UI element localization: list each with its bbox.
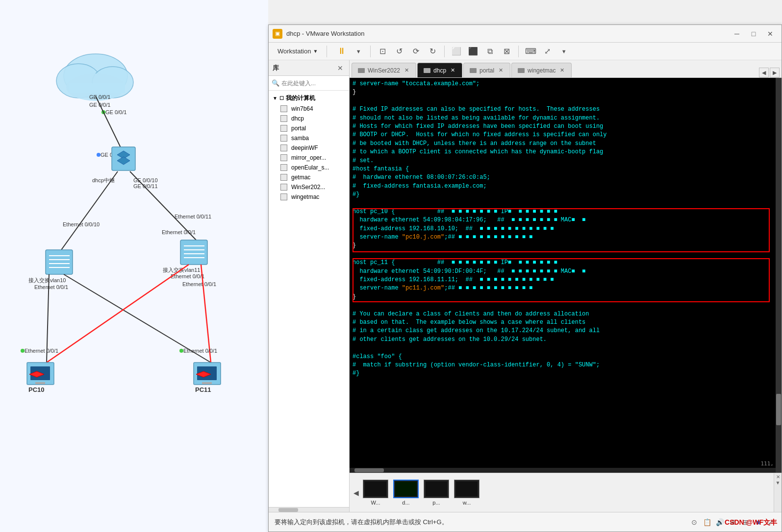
- vm-node[interactable]: wingetmac: [269, 192, 349, 202]
- tab-prev-button[interactable]: ◀: [759, 68, 769, 77]
- console-hscroll[interactable]: [350, 468, 776, 473]
- search-input[interactable]: [281, 80, 355, 87]
- tab-next-button[interactable]: ▶: [770, 68, 780, 77]
- tab-close-button[interactable]: ✕: [449, 67, 456, 74]
- pause-dropdown[interactable]: ▼: [352, 45, 365, 58]
- console-line: server-name "pc11.j.com";## ■ ■ ■ ■ ■ ■ …: [353, 284, 779, 292]
- vm-node[interactable]: mirror_oper...: [269, 153, 349, 163]
- library-scrollbar[interactable]: [269, 507, 349, 512]
- library-title: 库: [273, 64, 279, 73]
- tab-close-button[interactable]: ✕: [558, 67, 565, 74]
- tab-label: WinSer2022: [368, 67, 400, 74]
- thumb-screen-inner: [365, 482, 386, 496]
- tab-close-button[interactable]: ✕: [497, 67, 504, 74]
- svg-text:Ethernet 0/0/1: Ethernet 0/0/1: [183, 348, 217, 354]
- console-line: # to which a BOOTP client is connected w…: [353, 148, 779, 156]
- tab-vm-icon: [424, 68, 430, 73]
- console-line: }: [353, 88, 779, 97]
- tab-close-button[interactable]: ✕: [403, 67, 410, 74]
- workstation-label: Workstation: [277, 48, 311, 55]
- vm-icon: [280, 164, 287, 171]
- expand-button[interactable]: ⤢: [540, 45, 554, 58]
- workstation-menu[interactable]: Workstation ▼: [273, 46, 323, 57]
- strip-close-button[interactable]: ✕: [776, 474, 780, 480]
- thumbnail-w...[interactable]: w...: [454, 480, 479, 506]
- vm-list: win7b64dhcpportalsambadeepinWFmirror_ope…: [269, 104, 349, 202]
- thumb-label: W...: [371, 500, 380, 506]
- console-line: #}: [353, 191, 779, 199]
- status-icon-2: 📋: [702, 517, 712, 527]
- toolbar-separator-3: [518, 46, 519, 57]
- unity-off-button[interactable]: ⊠: [500, 45, 513, 58]
- search-icon: 🔍: [272, 79, 279, 87]
- vm-label: WinSer202...: [291, 184, 325, 191]
- display-button[interactable]: ⊡: [376, 45, 389, 58]
- fullscreen-button[interactable]: ⬛: [466, 45, 480, 58]
- tab-winser2022[interactable]: WinSer2022✕: [352, 63, 416, 77]
- expand-dropdown[interactable]: ▼: [557, 45, 571, 58]
- thumbnail-W...[interactable]: W...: [363, 480, 388, 506]
- vm-label: samba: [291, 135, 309, 142]
- vm-icon: [280, 184, 287, 191]
- snapshot-button[interactable]: ↺: [392, 45, 406, 58]
- thumb-screen: [393, 480, 419, 498]
- status-icon-3: 🔊: [715, 517, 725, 527]
- vm-node[interactable]: win7b64: [269, 104, 349, 114]
- my-computer-node[interactable]: ▼ ☐ 我的计算机: [269, 93, 349, 104]
- maximize-button[interactable]: □: [746, 28, 761, 40]
- close-button[interactable]: ✕: [763, 28, 778, 40]
- send-keys-button[interactable]: ↻: [426, 45, 439, 58]
- library-header: 库 ✕: [269, 60, 349, 76]
- tab-portal[interactable]: portal✕: [463, 63, 510, 77]
- console-line: host pc_10 { ## ■ ■ ■ ■ ■ ■ ■ IP■ ■ ■ ■ …: [353, 208, 779, 216]
- minimize-button[interactable]: ─: [730, 28, 744, 40]
- vm-node[interactable]: deepinWF: [269, 143, 349, 153]
- console-line: # BOOTP or DHCP. Hosts for which no fixe…: [353, 131, 779, 139]
- unity-button[interactable]: ⧉: [483, 45, 497, 58]
- vm-icon: [280, 193, 287, 200]
- prev-thumb-button[interactable]: ◀: [353, 489, 359, 497]
- console-scrollbar[interactable]: [776, 78, 782, 473]
- console-line: [353, 250, 779, 259]
- svg-text:Ethernet 0/0/10: Ethernet 0/0/10: [63, 221, 100, 227]
- thumbnail-p...[interactable]: p...: [424, 480, 449, 506]
- strip-scroll-down[interactable]: ▼: [776, 480, 781, 485]
- vmware-window: ▣ dhcp - VMware Workstation ─ □ ✕ Workst…: [268, 24, 782, 532]
- vm-console[interactable]: # server-name "toccata.example.com";} # …: [350, 78, 782, 473]
- pause-button[interactable]: ⏸: [335, 45, 349, 58]
- vm-node[interactable]: samba: [269, 133, 349, 143]
- console-content: # server-name "toccata.example.com";} # …: [350, 78, 782, 473]
- vm-node[interactable]: getmac: [269, 172, 349, 182]
- watermark: CSDN @WF文丰: [725, 518, 777, 527]
- vm-node[interactable]: portal: [269, 123, 349, 133]
- svg-point-41: [21, 349, 25, 353]
- vm-node[interactable]: openEular_s...: [269, 163, 349, 172]
- console-line: hardware ethernet 54:09:90:DF:00:4F; ## …: [353, 267, 779, 276]
- console-line: }: [353, 293, 779, 301]
- console-button[interactable]: ⌨: [524, 45, 537, 58]
- vm-icon: [280, 154, 287, 161]
- thumb-screen-inner: [456, 482, 478, 496]
- svg-rect-20: [46, 250, 73, 274]
- vm-node[interactable]: WinSer202...: [269, 182, 349, 192]
- thumbnail-d...[interactable]: d...: [393, 480, 419, 506]
- toolbar-separator-1: [370, 46, 371, 57]
- vm-label: deepinWF: [291, 145, 318, 151]
- library-close-button[interactable]: ✕: [335, 63, 345, 73]
- thumb-screen: [454, 480, 479, 498]
- vm-label: wingetmac: [291, 193, 319, 200]
- fit-button[interactable]: ⬜: [450, 45, 463, 58]
- console-line: host pc_11 { ## ■ ■ ■ ■ ■ ■ ■ IP■ ■ ■ ■ …: [353, 259, 779, 267]
- vm-tree: ▼ ☐ 我的计算机 win7b64dhcpportalsambadeepinWF…: [269, 91, 349, 507]
- tab-label: wingetmac: [528, 67, 555, 74]
- svg-text:PC11: PC11: [195, 386, 211, 393]
- revert-button[interactable]: ⟳: [409, 45, 423, 58]
- tab-dhcp[interactable]: dhcp✕: [417, 63, 462, 77]
- vm-node[interactable]: dhcp: [269, 114, 349, 123]
- vm-panel: WinSer2022✕dhcp✕portal✕wingetmac✕◀▶ # se…: [350, 60, 782, 512]
- vm-label: getmac: [291, 174, 310, 181]
- svg-text:接入交换vlan10: 接入交换vlan10: [28, 277, 66, 283]
- vm-icon: [280, 174, 287, 181]
- console-line: hardware ethernet 54:09:98:04:17:96; ## …: [353, 216, 779, 224]
- tab-wingetmac[interactable]: wingetmac✕: [511, 63, 572, 77]
